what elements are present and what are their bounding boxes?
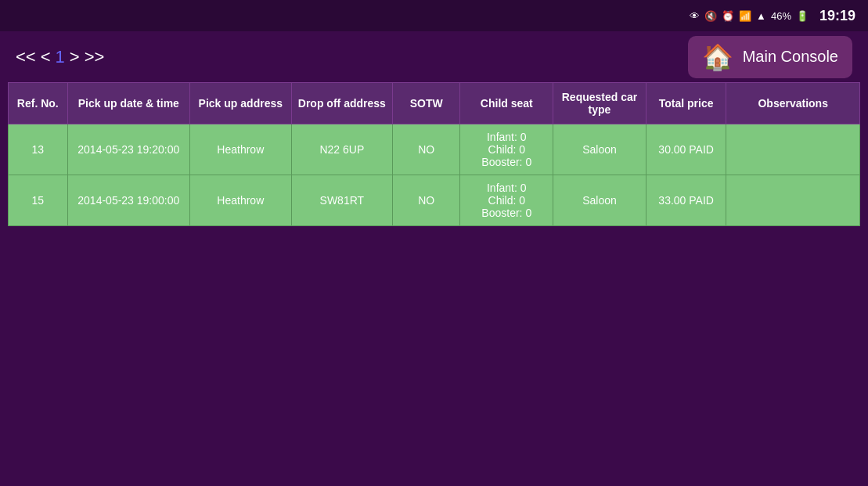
main-console-label: Main Console [743, 48, 838, 66]
data-table-container: Ref. No. Pick up date & time Pick up add… [0, 82, 868, 226]
mute-icon: 🔇 [704, 10, 717, 22]
header-dropoff-address: Drop off address [291, 83, 393, 124]
cell-sotw: NO [393, 175, 460, 226]
status-time: 19:19 [819, 8, 855, 24]
current-page: 1 [56, 47, 65, 67]
header-sotw: SOTW [393, 83, 460, 124]
cell-dropoff-address: SW81RT [291, 175, 393, 226]
next-page-button[interactable]: > [70, 47, 80, 67]
nav-bar: << < 1 > >> 🏠 Main Console [0, 31, 868, 82]
cell-child-seat: Infant: 0Child: 0Booster: 0 [460, 124, 553, 175]
alarm-icon: ⏰ [722, 10, 734, 22]
status-icons: 👁 🔇 ⏰ 📶 ▲ 46% 🔋 19:19 [690, 8, 855, 24]
cell-car-type: Saloon [553, 124, 646, 175]
battery-icon: 🔋 [796, 10, 809, 22]
header-pickup-date: Pick up date & time [67, 83, 190, 124]
last-page-button[interactable]: >> [85, 47, 105, 67]
status-bar: 👁 🔇 ⏰ 📶 ▲ 46% 🔋 19:19 [0, 0, 868, 31]
cell-pickup-date: 2014-05-23 19:00:00 [67, 175, 190, 226]
first-page-button[interactable]: << [16, 47, 36, 67]
cell-observations [726, 175, 860, 226]
cell-ref-no: 13 [9, 124, 68, 175]
table-row: 15 2014-05-23 19:00:00 Heathrow SW81RT N… [9, 175, 860, 226]
cell-dropoff-address: N22 6UP [291, 124, 393, 175]
header-ref-no: Ref. No. [9, 83, 68, 124]
pagination: << < 1 > >> [16, 47, 104, 67]
bookings-table: Ref. No. Pick up date & time Pick up add… [8, 82, 860, 226]
battery-level: 46% [771, 10, 791, 22]
cell-pickup-date: 2014-05-23 19:20:00 [67, 124, 190, 175]
signal-icon: ▲ [756, 10, 766, 22]
cell-child-seat: Infant: 0Child: 0Booster: 0 [460, 175, 553, 226]
header-child-seat: Child seat [460, 83, 553, 124]
eye-icon: 👁 [690, 10, 700, 22]
prev-page-button[interactable]: < [41, 47, 51, 67]
cell-total-price: 33.00 PAID [646, 175, 726, 226]
cell-observations [726, 124, 860, 175]
wifi-icon: 📶 [739, 10, 751, 22]
cell-ref-no: 15 [9, 175, 68, 226]
cell-total-price: 30.00 PAID [646, 124, 726, 175]
cell-pickup-address: Heathrow [190, 124, 292, 175]
header-total-price: Total price [646, 83, 726, 124]
main-console-button[interactable]: 🏠 Main Console [688, 36, 852, 78]
cell-car-type: Saloon [553, 175, 646, 226]
header-car-type: Requested car type [553, 83, 646, 124]
header-observations: Observations [726, 83, 860, 124]
table-header-row: Ref. No. Pick up date & time Pick up add… [9, 83, 860, 124]
table-row: 13 2014-05-23 19:20:00 Heathrow N22 6UP … [9, 124, 860, 175]
header-pickup-address: Pick up address [190, 83, 292, 124]
cell-pickup-address: Heathrow [190, 175, 292, 226]
cell-sotw: NO [393, 124, 460, 175]
house-icon: 🏠 [702, 42, 733, 72]
